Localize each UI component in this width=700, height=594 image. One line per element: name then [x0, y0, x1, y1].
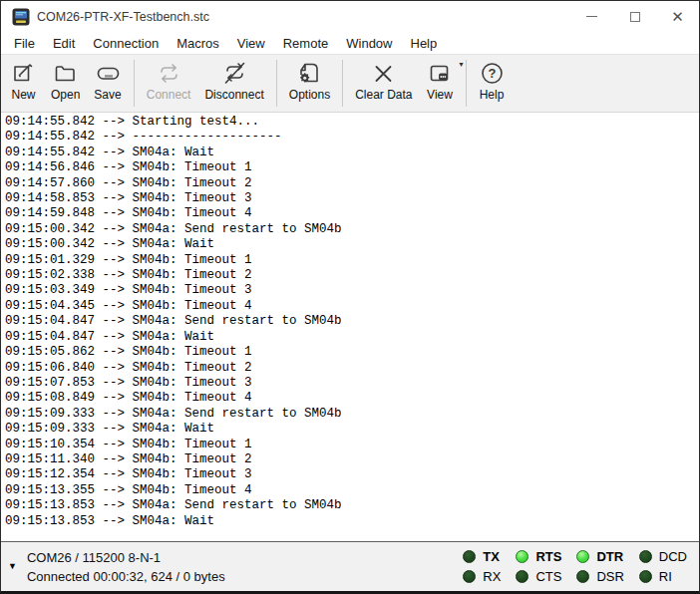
rx-led-label: RX [483, 569, 501, 584]
log-line: 09:14:57.860 --> SM04b: Timeout 2 [5, 176, 699, 191]
rx-led-icon [463, 570, 476, 583]
window-controls: ✕ [570, 1, 699, 32]
window-title: COM26-PTR-XF-Testbench.stc [37, 10, 209, 24]
menu-connection[interactable]: Connection [84, 34, 168, 53]
led-dcd: DCD [639, 549, 687, 564]
minimize-icon [586, 16, 597, 17]
log-line: 09:15:00.342 --> SM04a: Wait [5, 237, 699, 252]
dsr-led-label: DSR [596, 569, 623, 584]
toolbar: New Open Save Connect [1, 54, 699, 113]
title-bar: COM26-PTR-XF-Testbench.stc ✕ [1, 1, 699, 32]
new-document-icon [10, 60, 37, 87]
led-panel: TX RX RTS CTS DTR DSR DCD RI [463, 547, 687, 587]
menu-remote[interactable]: Remote [274, 34, 338, 53]
connection-info-text: Connected 00:00:32, 624 / 0 bytes [27, 567, 225, 586]
menu-view[interactable]: View [228, 34, 274, 53]
log-line: 09:14:55.842 --> SM04a: Wait [5, 146, 699, 160]
open-button[interactable]: Open [44, 59, 87, 110]
port-settings-text: COM26 / 115200 8-N-1 [27, 548, 225, 567]
options-label: Options [289, 88, 330, 102]
log-line: 09:14:55.842 --> Starting test4... [5, 115, 699, 130]
disconnect-slash-icon [221, 60, 248, 87]
minimize-button[interactable] [570, 1, 613, 32]
view-dropdown-caret-icon[interactable]: ▾ [460, 60, 464, 69]
save-drive-icon [95, 60, 122, 87]
menu-macros[interactable]: Macros [168, 34, 228, 53]
view-label: View [427, 88, 453, 102]
rts-led-label: RTS [535, 549, 561, 564]
dsr-led-icon [576, 570, 589, 583]
led-cts: CTS [516, 569, 561, 584]
connection-status: COM26 / 115200 8-N-1 Connected 00:00:32,… [27, 548, 225, 586]
log-line: 09:15:08.849 --> SM04b: Timeout 4 [5, 391, 699, 406]
svg-text:?: ? [488, 66, 496, 81]
log-line: 09:15:11.340 --> SM04b: Timeout 2 [5, 452, 699, 467]
led-rts[interactable]: RTS [516, 549, 561, 564]
menu-window[interactable]: Window [337, 34, 401, 53]
disconnect-button[interactable]: Disconnect [197, 59, 270, 110]
clear-x-icon [370, 60, 397, 87]
dcd-led-icon [639, 550, 652, 563]
tx-led-label: TX [483, 549, 500, 564]
open-label: Open [51, 88, 80, 102]
led-rx: RX [463, 569, 501, 584]
log-line: 09:15:00.342 --> SM04a: Send restart to … [5, 222, 699, 237]
toolbar-separator [134, 60, 135, 107]
gear-icon [300, 73, 309, 82]
menu-edit[interactable]: Edit [44, 34, 84, 53]
log-line: 09:15:13.853 --> SM04a: Wait [5, 514, 699, 529]
log-line: 09:14:55.842 --> -------------------- [5, 130, 699, 145]
new-label: New [11, 88, 35, 102]
log-line: 09:15:10.354 --> SM04b: Timeout 1 [5, 438, 699, 452]
maximize-button[interactable] [613, 1, 656, 32]
log-line: 09:14:59.848 --> SM04b: Timeout 4 [5, 206, 699, 221]
help-button[interactable]: ? Help [472, 59, 513, 110]
cts-led-label: CTS [535, 569, 561, 584]
log-line: 09:15:03.349 --> SM04b: Timeout 3 [5, 283, 699, 298]
app-icon [12, 8, 30, 26]
dtr-led-label: DTR [596, 549, 623, 564]
log-line: 09:14:56.846 --> SM04b: Timeout 1 [5, 160, 699, 175]
statusbar-expander-icon[interactable]: ▼ [8, 562, 17, 571]
toolbar-separator [342, 60, 343, 107]
log-line: 09:14:58.853 --> SM04b: Timeout 3 [5, 191, 699, 206]
led-dsr: DSR [576, 569, 623, 584]
dtr-led-icon [576, 550, 589, 563]
disconnect-label: Disconnect [204, 88, 263, 102]
log-line: 09:15:12.354 --> SM04b: Timeout 3 [5, 467, 699, 482]
clear-data-button[interactable]: Clear Data [348, 59, 419, 110]
open-folder-icon [52, 60, 79, 87]
connect-arrows-icon [156, 60, 182, 87]
menu-bar: File Edit Connection Macros View Remote … [1, 32, 699, 54]
log-line: 09:15:09.333 --> SM04a: Send restart to … [5, 407, 699, 422]
log-line: 09:15:06.840 --> SM04b: Timeout 2 [5, 361, 699, 376]
ri-led-icon [639, 570, 652, 583]
save-label: Save [94, 88, 121, 102]
clear-data-label: Clear Data [355, 88, 412, 102]
save-button[interactable]: Save [87, 59, 128, 110]
new-button[interactable]: New [3, 59, 44, 110]
menu-file[interactable]: File [5, 34, 44, 53]
log-line: 09:15:13.355 --> SM04b: Timeout 4 [5, 483, 699, 498]
log-line: 09:15:09.333 --> SM04a: Wait [5, 422, 699, 437]
help-question-icon: ? [479, 60, 506, 87]
log-line: 09:15:01.329 --> SM04b: Timeout 1 [5, 253, 699, 268]
status-bar: ▼ COM26 / 115200 8-N-1 Connected 00:00:3… [1, 541, 699, 591]
led-dtr[interactable]: DTR [576, 549, 623, 564]
log-line: 09:15:02.338 --> SM04b: Timeout 2 [5, 268, 699, 283]
close-button[interactable]: ✕ [656, 1, 699, 32]
led-tx: TX [463, 549, 501, 564]
dcd-led-label: DCD [659, 549, 687, 564]
options-button[interactable]: Options [282, 59, 337, 110]
cts-led-icon [516, 570, 528, 583]
log-line: 09:15:04.345 --> SM04b: Timeout 4 [5, 299, 699, 314]
toolbar-separator [276, 60, 277, 107]
toolbar-separator [466, 60, 467, 107]
menu-help[interactable]: Help [402, 34, 447, 53]
led-ri: RI [639, 569, 687, 584]
terminal-log[interactable]: 09:14:55.842 --> Starting test4...09:14:… [1, 113, 699, 541]
log-line: 09:15:07.853 --> SM04b: Timeout 3 [5, 376, 699, 391]
view-button[interactable]: ▾ View [420, 59, 461, 110]
maximize-icon [630, 12, 640, 22]
connect-label: Connect [147, 88, 191, 102]
